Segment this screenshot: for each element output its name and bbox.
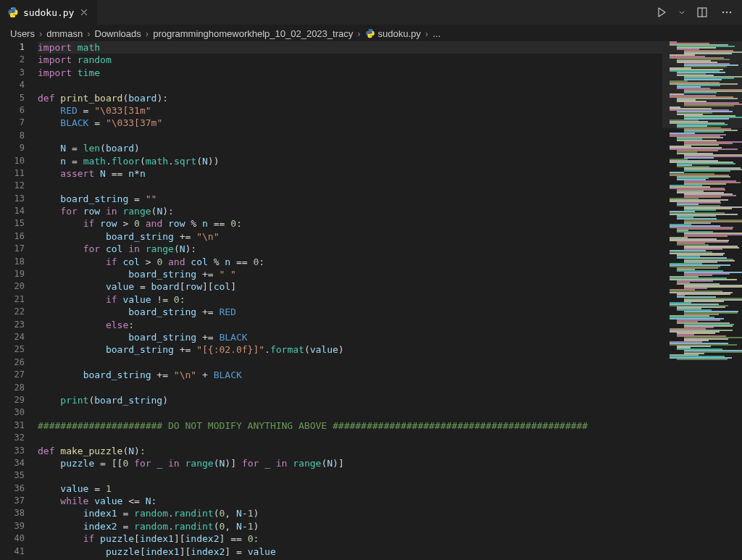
svg-point-5 bbox=[726, 12, 728, 13]
code-line[interactable]: board_string += RED bbox=[38, 306, 742, 318]
line-number: 16 bbox=[0, 230, 25, 243]
code-line[interactable]: index2 = random.randint(0, N-1) bbox=[38, 520, 742, 532]
code-line[interactable]: if value != 0: bbox=[38, 293, 742, 306]
code-line[interactable]: while value <= N: bbox=[38, 495, 742, 507]
code-line[interactable]: import math bbox=[38, 41, 742, 54]
crumb-2[interactable]: Downloads bbox=[95, 28, 141, 39]
line-number: 41 bbox=[0, 546, 25, 557]
code-line[interactable]: for row in range(N): bbox=[38, 205, 742, 217]
line-number: 13 bbox=[0, 193, 25, 205]
code-line[interactable]: for col in range(N): bbox=[38, 243, 742, 255]
line-number: 38 bbox=[0, 507, 25, 519]
breadcrumb: Users › dmmasn › Downloads › programming… bbox=[0, 25, 742, 41]
code-line[interactable]: assert N == n*n bbox=[38, 167, 742, 180]
crumb-3[interactable]: programminghomeworkhelp_10_02_2023_tracy bbox=[153, 28, 353, 39]
line-number: 22 bbox=[0, 306, 25, 318]
code-line[interactable]: if puzzle[index1][index2] == 0: bbox=[38, 532, 742, 545]
line-number: 18 bbox=[0, 256, 25, 268]
svg-point-1 bbox=[14, 16, 14, 17]
code-line[interactable]: value = 1 bbox=[38, 482, 742, 495]
crumb-0[interactable]: Users bbox=[10, 28, 35, 39]
line-number: 40 bbox=[0, 532, 25, 545]
code-line[interactable] bbox=[38, 356, 742, 369]
editor-toolbar bbox=[654, 4, 742, 20]
chevron-right-icon: › bbox=[87, 28, 90, 39]
code-line[interactable]: index1 = random.randint(0, N-1) bbox=[38, 507, 742, 519]
code-line[interactable] bbox=[38, 406, 742, 419]
code-line[interactable] bbox=[38, 469, 742, 482]
code-line[interactable]: N = len(board) bbox=[38, 142, 742, 154]
code-line[interactable]: board_string += " " bbox=[38, 268, 742, 280]
chevron-right-icon: › bbox=[357, 28, 360, 39]
code-line[interactable]: import time bbox=[38, 67, 742, 79]
line-number: 35 bbox=[0, 469, 25, 482]
line-number: 19 bbox=[0, 268, 25, 280]
code-line[interactable]: if col > 0 and col % n == 0: bbox=[38, 256, 742, 268]
python-icon bbox=[7, 7, 19, 18]
line-number: 5 bbox=[0, 92, 25, 104]
line-number: 25 bbox=[0, 343, 25, 356]
code-area[interactable]: import mathimport randomimport time def … bbox=[38, 41, 742, 557]
code-line[interactable]: print(board_string) bbox=[38, 394, 742, 406]
minimap-line bbox=[684, 79, 722, 80]
code-line[interactable] bbox=[38, 180, 742, 192]
line-number: 36 bbox=[0, 482, 25, 495]
line-number: 11 bbox=[0, 167, 25, 180]
run-icon[interactable] bbox=[654, 4, 670, 20]
code-line[interactable]: value = board[row][col] bbox=[38, 280, 742, 293]
line-number: 32 bbox=[0, 432, 25, 444]
code-line[interactable]: def print_board(board): bbox=[38, 92, 742, 104]
close-icon[interactable] bbox=[78, 7, 90, 18]
code-line[interactable]: BLACK = "\033[37m" bbox=[38, 117, 742, 129]
code-line[interactable]: if row > 0 and row % n == 0: bbox=[38, 217, 742, 230]
tab-bar: sudoku.py bbox=[0, 0, 742, 25]
code-line[interactable]: board_string = "" bbox=[38, 193, 742, 205]
line-number: 1 bbox=[0, 41, 25, 54]
line-number: 23 bbox=[0, 319, 25, 331]
svg-point-0 bbox=[11, 8, 12, 9]
line-number: 34 bbox=[0, 457, 25, 469]
chevron-right-icon: › bbox=[425, 28, 428, 39]
minimap-line bbox=[677, 359, 728, 360]
code-line[interactable]: else: bbox=[38, 319, 742, 331]
line-number: 2 bbox=[0, 54, 25, 66]
line-number: 26 bbox=[0, 356, 25, 369]
code-line[interactable]: import random bbox=[38, 54, 742, 66]
editor[interactable]: 1234567891011121314151617181920212223242… bbox=[0, 41, 742, 557]
code-line[interactable]: puzzle = [[0 for _ in range(N)] for _ in… bbox=[38, 457, 742, 469]
tab-filename: sudoku.py bbox=[23, 7, 74, 18]
code-line[interactable]: board_string += BLACK bbox=[38, 331, 742, 343]
split-editor-icon[interactable] bbox=[694, 4, 710, 20]
code-line[interactable]: n = math.floor(math.sqrt(N)) bbox=[38, 155, 742, 167]
code-line[interactable]: board_string += "\n" bbox=[38, 230, 742, 243]
code-line[interactable]: puzzle[index1][index2] = value bbox=[38, 546, 742, 557]
line-number: 28 bbox=[0, 382, 25, 394]
crumb-5[interactable]: ... bbox=[433, 28, 441, 39]
code-line[interactable]: board_string += "\n" + BLACK bbox=[38, 369, 742, 381]
line-number: 30 bbox=[0, 406, 25, 419]
minimap-line bbox=[684, 170, 730, 172]
line-number: 8 bbox=[0, 130, 25, 142]
code-line[interactable] bbox=[38, 130, 742, 142]
line-number: 39 bbox=[0, 520, 25, 532]
code-line[interactable] bbox=[38, 79, 742, 91]
python-icon bbox=[365, 28, 375, 38]
minimap-line bbox=[684, 235, 728, 237]
crumb-4[interactable]: sudoku.py bbox=[365, 28, 421, 39]
line-number: 4 bbox=[0, 79, 25, 91]
line-number: 9 bbox=[0, 142, 25, 154]
code-line[interactable] bbox=[38, 432, 742, 444]
code-line[interactable]: ###################### DO NOT MODIFY ANY… bbox=[38, 419, 742, 432]
code-line[interactable]: def make_puzzle(N): bbox=[38, 445, 742, 457]
tab-sudoku[interactable]: sudoku.py bbox=[0, 0, 98, 25]
line-number: 14 bbox=[0, 205, 25, 217]
chevron-right-icon: › bbox=[146, 28, 149, 39]
minimap-line bbox=[684, 92, 717, 93]
code-line[interactable]: RED = "\033[31m" bbox=[38, 104, 742, 117]
more-icon[interactable] bbox=[719, 4, 735, 20]
crumb-1[interactable]: dmmasn bbox=[46, 28, 83, 39]
code-line[interactable] bbox=[38, 382, 742, 394]
code-line[interactable]: board_string += "[{:02.0f}]".format(valu… bbox=[38, 343, 742, 356]
minimap[interactable] bbox=[662, 41, 742, 557]
chevron-down-icon[interactable] bbox=[678, 4, 685, 20]
